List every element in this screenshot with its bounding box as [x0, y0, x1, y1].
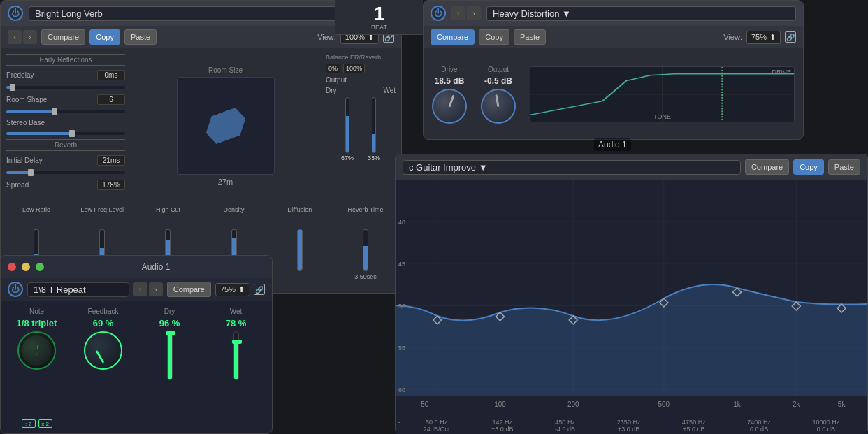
dry-repeat-fader[interactable] [167, 331, 173, 380]
repeat-link-icon[interactable]: 🔗 [254, 284, 265, 295]
wet-fader[interactable]: 33% [368, 97, 380, 167]
audio1-label: Audio 1 [594, 138, 631, 151]
balance-label: Balance ER/Reverb [326, 54, 381, 61]
predelay-slider[interactable] [6, 86, 125, 89]
svg-text:-: - [398, 419, 400, 426]
distortion-next-button[interactable]: › [467, 6, 481, 20]
reverb-time-fader[interactable] [363, 229, 368, 271]
svg-text:55: 55 [398, 345, 405, 352]
reverb-compare-button[interactable]: Compare [41, 29, 85, 45]
reverb-paste-button[interactable]: Paste [124, 29, 157, 45]
diffusion-track[interactable] [297, 229, 303, 271]
dry-col: Dry 96 % [142, 308, 197, 428]
repeat-toolbar: 1\8 T Repeat ‹ › Compare 75%⬆ 🔗 [1, 278, 272, 301]
balance-rev-value[interactable]: 100% [343, 64, 365, 73]
feedback-knob[interactable] [84, 331, 122, 370]
distortion-compare-button[interactable]: Compare [431, 29, 475, 45]
svg-text:5k: 5k [838, 400, 846, 408]
diffusion-sliders [270, 215, 330, 271]
initial-delay-slider[interactable] [6, 171, 125, 174]
room-shape-value[interactable]: 6 [97, 94, 125, 105]
room-shape-row: Room Shape 6 [6, 93, 125, 106]
reverb-time-section: Reverb Time 3.50sec [335, 206, 396, 287]
note-knob[interactable]: ♩ ♪ [17, 331, 56, 370]
minimize-button[interactable] [22, 263, 30, 271]
repeat-prev-button[interactable]: ‹ [133, 282, 147, 296]
eq-plugin-name[interactable]: c Guitar Improve ▼ [403, 160, 741, 175]
predelay-row: Predelay 0ms [6, 68, 125, 82]
room-shape-slider[interactable] [6, 110, 125, 113]
tone-label: TONE [653, 113, 671, 120]
drive-knob[interactable] [432, 89, 467, 124]
dry-repeat-fill [168, 334, 172, 379]
room-shape-label: Room Shape [6, 96, 47, 103]
reverb-left-params: Early Reflections Predelay 0ms Room Shap… [6, 54, 125, 198]
initial-delay-row: Initial Delay 21ms [6, 154, 125, 167]
eq-copy-button[interactable]: Copy [793, 159, 824, 175]
output-knob[interactable] [481, 89, 516, 124]
distortion-header: ‹ › Heavy Distortion ▼ [424, 1, 803, 26]
dry-fader[interactable]: 67% [341, 97, 354, 167]
distortion-plugin-name[interactable]: Heavy Distortion ▼ [486, 6, 796, 21]
initial-delay-label: Initial Delay [6, 157, 43, 164]
maximize-button[interactable] [36, 263, 44, 271]
dry-wet-row: Dry Wet [326, 87, 396, 94]
reverb-prev-button[interactable]: ‹ [8, 30, 22, 44]
beat-indicators: : 2 x 2 [22, 419, 52, 428]
repeat-header: Audio 1 [1, 256, 272, 278]
close-button[interactable] [8, 263, 16, 271]
dry-fader-track[interactable] [345, 97, 349, 153]
note-label: Note [29, 308, 44, 315]
distortion-prev-button[interactable]: ‹ [451, 6, 465, 20]
note-knob-inner: ♩ ♪ [22, 335, 52, 366]
dry-wet-faders: 67% 33% [326, 97, 396, 167]
reverb-nav: ‹ › [8, 30, 37, 44]
dry-wet-labels: Output [326, 76, 396, 84]
repeat-plugin-name[interactable]: 1\8 T Repeat [27, 282, 129, 297]
drive-label: Drive [441, 66, 457, 73]
reverb-next-button[interactable]: › [23, 30, 37, 44]
stereo-base-slider[interactable] [6, 132, 125, 135]
predelay-value[interactable]: 0ms [97, 70, 125, 80]
reverb-power-button[interactable] [8, 6, 23, 21]
svg-text:45: 45 [398, 261, 405, 268]
reverb-time-track[interactable] [363, 229, 368, 271]
distortion-power-button[interactable] [431, 6, 446, 21]
diffusion-fader[interactable] [297, 229, 303, 271]
window-controls [8, 263, 47, 271]
diffusion-label: Diffusion [270, 206, 330, 213]
distortion-paste-button[interactable]: Paste [514, 29, 546, 45]
output-label: Output [326, 76, 347, 84]
svg-text:60: 60 [398, 386, 405, 393]
repeat-view-value[interactable]: 75%⬆ [215, 283, 249, 296]
low-ratio-label: Low Ratio [6, 206, 66, 213]
repeat-next-button[interactable]: › [149, 282, 163, 296]
wet-fader-track[interactable] [372, 97, 376, 153]
distortion-copy-button[interactable]: Copy [479, 29, 509, 45]
spread-value[interactable]: 178% [97, 180, 125, 190]
repeat-window-title: Audio 1 [47, 262, 265, 272]
beat-div1[interactable]: : 2 [22, 419, 36, 428]
dry-repeat-label: Dry [164, 308, 175, 315]
svg-text:50: 50 [421, 400, 429, 408]
stereo-base-label: Stereo Base [6, 119, 45, 126]
room-shape-viz [203, 105, 247, 147]
dry-repeat-thumb[interactable] [166, 331, 175, 335]
repeat-compare-button[interactable]: Compare [167, 282, 211, 297]
distortion-link-icon[interactable]: 🔗 [785, 31, 796, 43]
wet-label: Wet [383, 87, 396, 94]
wet-repeat-label: Wet [230, 308, 243, 315]
wet-repeat-fader[interactable] [233, 331, 239, 380]
reverb-copy-button[interactable]: Copy [89, 29, 120, 45]
eq-panel: c Guitar Improve ▼ Compare Copy Paste [395, 154, 868, 433]
repeat-power-button[interactable] [8, 282, 23, 297]
wet-repeat-thumb[interactable] [232, 340, 242, 344]
reverb-panel: Bright Long Verb ▼ ‹ › Compare Copy Past… [0, 0, 402, 294]
dry-value: 67% [341, 154, 354, 161]
initial-delay-value[interactable]: 21ms [97, 155, 125, 166]
eq-compare-button[interactable]: Compare [745, 159, 789, 175]
eq-paste-button[interactable]: Paste [828, 159, 860, 175]
beat-div2[interactable]: x 2 [38, 419, 52, 428]
balance-er-value[interactable]: 0% [326, 64, 340, 73]
distortion-view-value[interactable]: 75%⬆ [746, 31, 781, 44]
